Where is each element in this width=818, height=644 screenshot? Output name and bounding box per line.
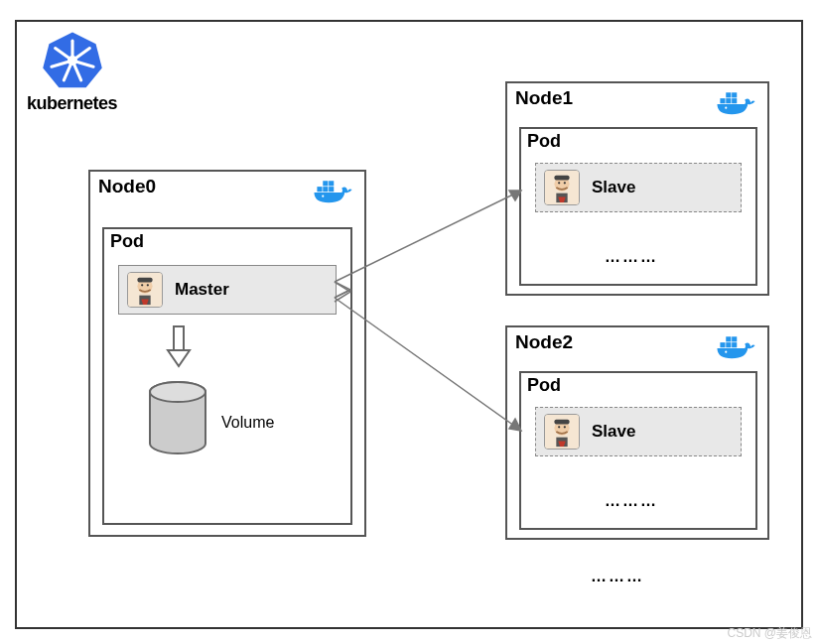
jenkins-slave-node2: Slave xyxy=(535,407,742,456)
down-arrow-icon xyxy=(164,324,194,368)
jenkins-icon xyxy=(544,170,580,205)
slave-label: Slave xyxy=(592,178,635,197)
svg-rect-46 xyxy=(554,420,569,425)
svg-rect-10 xyxy=(317,187,322,192)
svg-rect-29 xyxy=(726,92,731,97)
svg-point-20 xyxy=(141,284,143,286)
volume-cylinder-icon xyxy=(146,380,209,455)
svg-rect-22 xyxy=(174,326,184,350)
arrow-master-to-node1 xyxy=(333,179,533,298)
docker-icon xyxy=(716,333,759,363)
kubernetes-label: kubernetes xyxy=(27,93,117,114)
volume-label: Volume xyxy=(221,414,274,432)
node2-box: Node2 Pod Slave ……… xyxy=(505,325,769,540)
svg-rect-27 xyxy=(726,98,731,103)
svg-rect-41 xyxy=(726,336,731,341)
svg-point-48 xyxy=(558,426,560,428)
arrow-master-to-node2 xyxy=(333,294,533,443)
svg-point-43 xyxy=(725,351,727,353)
svg-rect-18 xyxy=(137,278,152,283)
svg-line-50 xyxy=(335,191,521,282)
svg-point-36 xyxy=(558,182,560,184)
svg-marker-54 xyxy=(509,419,521,431)
node1-dots: ……… xyxy=(605,248,658,266)
svg-point-37 xyxy=(564,182,566,184)
svg-marker-23 xyxy=(168,350,190,366)
global-dots: ……… xyxy=(591,568,644,585)
kubernetes-logo: kubernetes xyxy=(27,30,117,114)
svg-rect-11 xyxy=(323,187,328,192)
svg-line-53 xyxy=(335,298,521,431)
cluster-frame: kubernetes Node0 Pod Master xyxy=(15,20,803,629)
svg-rect-42 xyxy=(732,336,737,341)
node0-title: Node0 xyxy=(98,176,156,197)
svg-rect-38 xyxy=(720,342,725,347)
master-label: Master xyxy=(175,280,229,300)
svg-rect-39 xyxy=(726,342,731,347)
jenkins-master-node: Master xyxy=(118,265,337,315)
node0-pod-label: Pod xyxy=(110,231,144,252)
jenkins-slave-node1: Slave xyxy=(535,163,742,212)
master-branch-wedge xyxy=(333,280,352,304)
svg-point-15 xyxy=(322,195,324,197)
node2-dots: ……… xyxy=(605,492,658,510)
svg-rect-30 xyxy=(732,92,737,97)
svg-point-49 xyxy=(564,426,566,428)
node1-pod-label: Pod xyxy=(527,131,561,152)
node1-pod-box: Pod Slave ……… xyxy=(519,127,757,286)
svg-rect-28 xyxy=(732,98,737,103)
node1-box: Node1 Pod Slave ……… xyxy=(505,81,769,296)
svg-rect-26 xyxy=(720,98,725,103)
node0-box: Node0 Pod Master Volu xyxy=(88,170,366,537)
svg-rect-40 xyxy=(732,342,737,347)
slave-label: Slave xyxy=(592,422,635,442)
kubernetes-wheel-icon xyxy=(42,30,103,91)
jenkins-icon xyxy=(544,414,580,450)
svg-point-25 xyxy=(150,382,205,402)
svg-rect-13 xyxy=(323,181,328,186)
svg-point-31 xyxy=(725,107,727,109)
svg-rect-34 xyxy=(554,176,569,181)
node0-pod-box: Pod Master Volume xyxy=(102,227,352,525)
docker-icon xyxy=(716,89,759,119)
svg-point-21 xyxy=(147,284,149,286)
jenkins-icon xyxy=(127,272,163,308)
node2-pod-box: Pod Slave ……… xyxy=(519,371,757,530)
node1-title: Node1 xyxy=(515,87,573,109)
watermark: CSDN @姜俊恩 xyxy=(727,625,812,642)
